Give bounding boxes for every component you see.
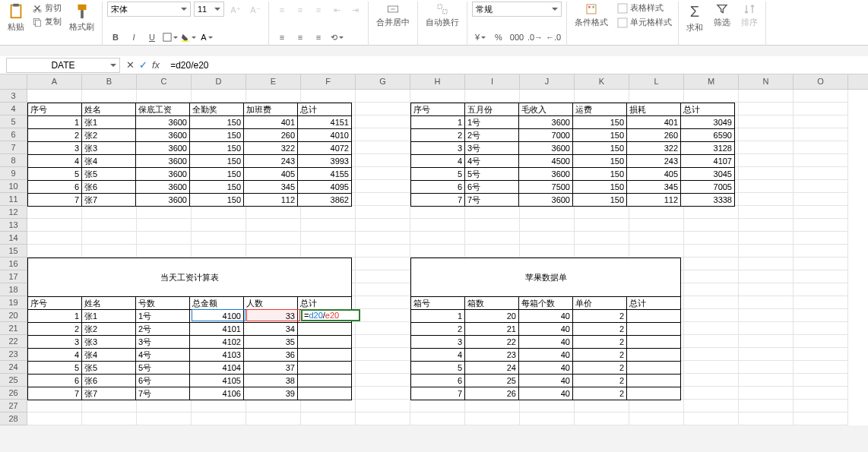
cell[interactable]: 3600 [136,142,190,155]
cell[interactable]: 张3 [82,336,136,349]
cell[interactable]: 25 [465,375,519,387]
cell[interactable]: 35 [244,336,298,349]
font-select[interactable]: 宋体 [107,2,191,17]
cell[interactable]: 6 [28,375,82,387]
cell[interactable] [627,362,681,375]
indent-dec-icon[interactable]: ⇤ [328,2,345,18]
cell[interactable]: 150 [573,168,627,181]
increase-font-icon[interactable]: A⁺ [227,2,244,18]
align-center-icon[interactable]: ≡ [292,29,309,46]
cell[interactable]: 3993 [298,155,352,168]
cell[interactable]: 4 [28,349,82,362]
cell[interactable]: 23 [465,349,519,362]
orientation-icon[interactable]: ⟲ [328,29,345,46]
cell[interactable]: 3128 [681,142,735,155]
font-color-icon[interactable]: A [198,29,215,46]
cell[interactable]: 24 [465,362,519,375]
align-right-icon[interactable]: ≡ [310,29,327,46]
row-header[interactable]: 21 [0,322,27,335]
fx-icon[interactable]: fx [152,59,160,71]
cell[interactable]: 4号 [465,155,519,168]
cell[interactable]: 7号 [465,194,519,207]
cell[interactable]: 3600 [519,142,573,155]
cell[interactable]: 322 [627,142,681,155]
cell[interactable]: 2 [573,336,627,349]
cell[interactable]: 150 [573,129,627,142]
col-header[interactable]: H [410,74,465,89]
cell[interactable]: 112 [627,194,681,207]
cell[interactable]: 2 [28,129,82,142]
cell[interactable]: 张5 [82,362,136,375]
cell[interactable]: 3600 [519,116,573,129]
cell[interactable] [627,349,681,362]
indent-inc-icon[interactable]: ⇥ [347,2,363,18]
cell[interactable]: 2号 [136,323,190,336]
row-header[interactable]: 15 [0,245,27,258]
cell[interactable]: 5 [411,362,465,375]
cell[interactable]: 36 [244,349,298,362]
row-header[interactable]: 17 [0,270,27,283]
cell[interactable]: 3045 [681,168,735,181]
cell[interactable] [298,323,352,336]
cell[interactable]: 38 [244,375,298,387]
wrap-button[interactable]: 自动换行 [423,2,462,30]
cell[interactable]: 39 [244,387,298,400]
row-header[interactable]: 22 [0,335,27,348]
cell[interactable]: 40 [519,310,573,323]
cell[interactable]: 张6 [82,181,136,194]
cell[interactable]: 4102 [190,336,244,349]
cell[interactable]: 40 [519,387,573,400]
cell[interactable]: 3338 [681,194,735,207]
row-header[interactable]: 27 [0,400,27,412]
cell[interactable]: 6 [411,181,465,194]
cell[interactable]: 40 [519,349,573,362]
cell[interactable]: 4106 [190,387,244,400]
comma-icon[interactable]: 000 [508,29,525,46]
cell[interactable]: 张1 [82,116,136,129]
cell[interactable]: 1 [411,116,465,129]
sort-button[interactable]: 排序 [738,2,761,46]
col-header[interactable]: K [575,74,629,89]
cell[interactable]: 3600 [136,194,190,207]
fill-color-icon[interactable] [180,29,197,46]
cancel-formula-icon[interactable]: ✕ [126,59,135,71]
row-header[interactable]: 18 [0,283,27,296]
cell[interactable]: 1 [411,310,465,323]
cell[interactable]: 2 [573,387,627,400]
underline-icon[interactable]: U [144,29,160,46]
active-cell-edit[interactable]: = d20 / e20 [301,309,360,321]
cell[interactable]: 4100 [190,310,244,323]
cell[interactable]: 1号 [136,310,190,323]
row-header[interactable]: 4 [0,103,27,115]
cell[interactable]: 7005 [681,181,735,194]
cell[interactable] [627,375,681,387]
align-middle-icon[interactable]: ≡ [292,2,309,18]
dec-dec-icon[interactable]: ←.0 [545,29,562,46]
cell[interactable]: 243 [627,155,681,168]
col-header[interactable]: A [27,74,82,89]
col-header[interactable]: F [301,74,356,89]
cell[interactable]: 4500 [519,155,573,168]
cell[interactable]: 7500 [519,181,573,194]
row-header[interactable]: 7 [0,141,27,154]
cell[interactable]: 张4 [82,155,136,168]
cell[interactable]: 260 [627,129,681,142]
cell[interactable]: 3 [28,336,82,349]
col-header[interactable]: L [629,74,684,89]
col-header[interactable]: N [739,74,794,89]
cell[interactable]: 张5 [82,168,136,181]
row-header[interactable]: 11 [0,193,27,206]
cell[interactable]: 33 [244,310,298,323]
cell[interactable]: 2 [573,323,627,336]
select-all-corner[interactable] [0,74,27,89]
cell[interactable] [627,387,681,400]
cell[interactable]: 5 [28,168,82,181]
row-header[interactable]: 9 [0,167,27,180]
formula-input[interactable]: =d20/e20 [166,58,868,73]
cell[interactable]: 34 [244,323,298,336]
cell[interactable]: 3号 [465,142,519,155]
cell[interactable]: 37 [244,362,298,375]
cell[interactable]: 150 [190,142,244,155]
align-left-icon[interactable]: ≡ [274,29,290,46]
cell[interactable]: 4 [411,155,465,168]
